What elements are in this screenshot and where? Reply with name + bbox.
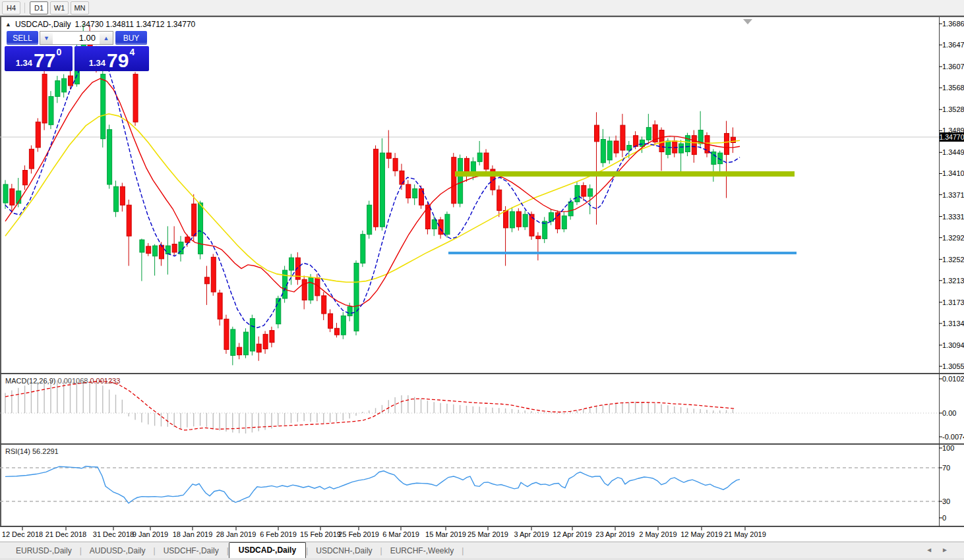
- chart-title: ▲ USDCAD-,Daily 1.34730 1.34811 1.34712 …: [5, 20, 195, 29]
- chevron-down-icon: ▼: [44, 35, 49, 42]
- date-axis-label: 18 Jan 2019: [173, 530, 213, 538]
- price-axis-label: 1.32130: [942, 277, 964, 284]
- tab-scroll-controls: ◄ ►: [926, 547, 948, 553]
- buy-button[interactable]: BUY: [115, 31, 147, 45]
- volume-input[interactable]: 1.00: [53, 31, 100, 45]
- date-axis-label: 28 Jan 2019: [216, 530, 256, 538]
- indicator-axis-label: 0: [942, 515, 946, 521]
- mt4-terminal-window: H4D1W1MN ▲ USDCAD-,Daily 1.34730 1.34811…: [0, 0, 964, 560]
- date-axis-label: 23 Apr 2019: [595, 530, 634, 538]
- buy-price-pip: 4: [129, 47, 135, 57]
- sell-button[interactable]: SELL: [7, 31, 38, 45]
- toolbar-divider: [24, 3, 25, 13]
- buy-price-prefix: 1.34: [89, 59, 105, 69]
- indicator-axis-label: 0.010229: [942, 376, 964, 382]
- price-axis-label: 1.30940: [942, 342, 964, 349]
- tab-audusd--daily[interactable]: AUDUSD-,Daily: [82, 544, 154, 559]
- date-axis-label: 21 May 2019: [724, 530, 766, 538]
- buy-price-big: 79: [107, 51, 129, 69]
- indicator-axis-label: 30: [942, 498, 950, 505]
- date-axis-label: 12 Dec 2018: [2, 530, 43, 538]
- collapse-icon[interactable]: ▲: [5, 21, 11, 28]
- chart-tab-bar: EURUSD-,Daily|AUDUSD-,Daily|USDCHF-,Dail…: [0, 542, 964, 559]
- tab-scroll-left-icon[interactable]: ◄: [926, 547, 932, 553]
- chevron-up-icon: ▲: [104, 35, 109, 42]
- indicator-axis-label: 0.00: [942, 410, 956, 416]
- price-axis-label: 1.36070: [942, 63, 964, 70]
- price-axis-label: 1.33310: [942, 213, 964, 220]
- date-axis[interactable]: 12 Dec 201821 Dec 201831 Dec 20189 Jan 2…: [0, 527, 964, 542]
- ohlc-values: 1.34730 1.34811 1.34712 1.34770: [75, 20, 196, 29]
- current-price-badge: 1.34770: [940, 132, 964, 142]
- date-axis-label: 9 Jan 2019: [133, 530, 168, 538]
- price-axis-label: 1.32920: [942, 235, 964, 241]
- date-axis-label: 21 Dec 2018: [45, 530, 86, 538]
- timeframe-toolbar: H4D1W1MN: [0, 0, 964, 16]
- price-axis-label: 1.36470: [942, 42, 964, 48]
- date-axis-label: 6 Feb 2019: [260, 530, 297, 538]
- tab-scroll-right-icon[interactable]: ►: [942, 547, 948, 553]
- macd-label: MACD(12,26,9) 0.001068 0.001233: [5, 377, 120, 385]
- price-axis-label: 1.33710: [942, 192, 964, 198]
- price-axis-label: 1.35680: [942, 84, 964, 91]
- sell-price-prefix: 1.34: [16, 59, 32, 69]
- price-axis-label: 1.35280: [942, 106, 964, 113]
- price-axis-label: 1.30550: [942, 363, 964, 370]
- date-axis-label: 2 May 2019: [639, 530, 677, 538]
- volume-increase-button[interactable]: ▲: [100, 31, 113, 45]
- tab-usdchf--daily[interactable]: USDCHF-,Daily: [156, 544, 227, 559]
- date-axis-label: 12 Apr 2019: [553, 530, 591, 538]
- date-axis-label: 6 Mar 2019: [382, 530, 419, 538]
- date-axis-label: 15 Feb 2019: [300, 530, 341, 538]
- tab-separator: |: [462, 546, 464, 559]
- buy-price-button[interactable]: 1.34 79 4: [75, 46, 149, 71]
- symbol-title: USDCAD-,Daily: [15, 20, 71, 29]
- price-axis-label: 1.31730: [942, 299, 964, 306]
- one-click-trading-panel: SELL ▼ 1.00 ▲ BUY 1.34 77 0 1.34 79 4: [5, 30, 149, 71]
- rsi-label: RSI(14) 56.2291: [5, 447, 59, 455]
- date-axis-label: 15 Mar 2019: [425, 530, 466, 538]
- tab-eurchf--weekly[interactable]: EURCHF-,Weekly: [382, 544, 462, 559]
- timeframe-button-h4[interactable]: H4: [2, 1, 20, 14]
- macd-rsi-separator[interactable]: [0, 443, 964, 445]
- indicator-axis-label: -0.007477: [942, 434, 964, 440]
- indicator-axis-label: 70: [942, 464, 950, 471]
- date-axis-label: 12 May 2019: [680, 530, 723, 538]
- price-axis-label: 1.32520: [942, 256, 964, 263]
- rsi-value: 56.2291: [32, 447, 59, 455]
- tab-usdcnh--daily[interactable]: USDCNH-,Daily: [308, 544, 380, 559]
- price-axis-border: [939, 17, 940, 527]
- macd-main-value: 0.001068: [57, 377, 88, 385]
- date-axis-label: 25 Mar 2019: [467, 530, 508, 538]
- macd-signal-value: 0.001233: [90, 377, 120, 385]
- indicator-axis-label: 100: [942, 445, 954, 451]
- timeframe-button-d1[interactable]: D1: [30, 1, 48, 14]
- tab-usdcad--daily[interactable]: USDCAD-,Daily: [229, 542, 306, 559]
- sell-price-pip: 0: [56, 47, 61, 57]
- date-axis-label: 25 Feb 2019: [338, 530, 379, 538]
- price-axis-label: 1.36860: [942, 20, 964, 27]
- timeframe-button-mn[interactable]: MN: [71, 1, 89, 14]
- price-axis-label: 1.31340: [942, 320, 964, 327]
- chart-shift-marker-icon[interactable]: [743, 19, 752, 24]
- timeframe-button-w1[interactable]: W1: [50, 1, 69, 14]
- date-axis-label: 31 Dec 2018: [93, 530, 134, 538]
- price-axis-label: 1.34490: [942, 149, 964, 155]
- sell-price-big: 77: [34, 51, 55, 69]
- price-axis-label: 1.34100: [942, 170, 964, 177]
- tab-eurusd--daily[interactable]: EURUSD-,Daily: [8, 544, 80, 559]
- main-macd-separator[interactable]: [0, 373, 964, 374]
- volume-decrease-button[interactable]: ▼: [40, 31, 53, 45]
- date-axis-label: 3 Apr 2019: [514, 530, 549, 538]
- sell-price-button[interactable]: 1.34 77 0: [5, 46, 73, 71]
